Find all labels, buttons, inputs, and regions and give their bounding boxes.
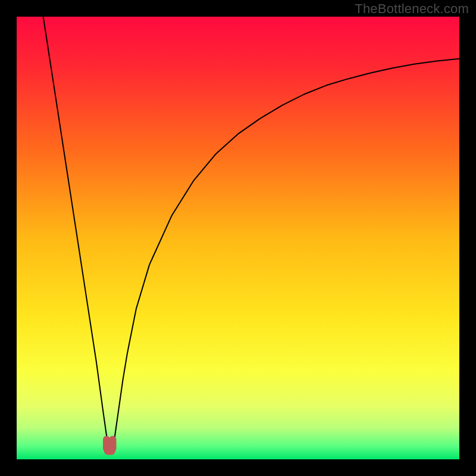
bottleneck-chart: [17, 17, 459, 459]
chart-frame: TheBottleneck.com: [0, 0, 476, 476]
minimum-marker: [107, 440, 112, 452]
watermark-text: TheBottleneck.com: [355, 1, 469, 17]
plot-background: [17, 17, 459, 459]
